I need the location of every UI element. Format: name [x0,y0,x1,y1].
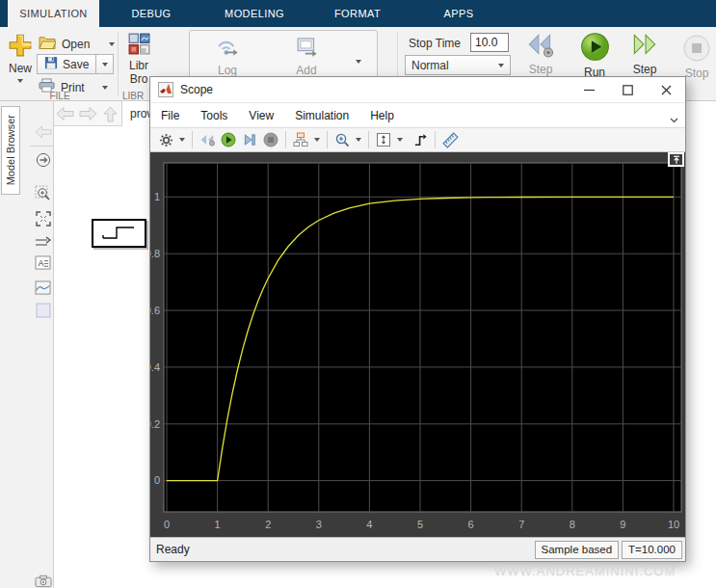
scope-step-back-button[interactable] [197,130,218,149]
svg-text:3: 3 [316,519,322,530]
add-viewer-icon [292,37,321,64]
area-box-icon[interactable] [34,301,52,319]
open-dropdown-caret[interactable] [109,42,115,46]
nav-up-icon[interactable] [102,106,120,121]
configuration-gear-button[interactable] [155,130,176,149]
svg-text:10: 10 [668,519,679,530]
new-button[interactable]: New [4,33,37,83]
menu-help[interactable]: Help [370,109,394,122]
scope-title-bar[interactable]: Scope [150,77,685,103]
step-back-icon [525,32,556,63]
status-ready: Ready [156,543,535,556]
menu-overflow-icon[interactable] [670,111,678,128]
nav-forward-icon[interactable] [79,106,97,121]
simulation-mode-select[interactable]: Normal [405,55,511,75]
stop-time-input[interactable] [470,33,509,52]
prepare-gallery-caret[interactable] [356,60,361,64]
new-plus-icon [8,33,33,62]
svg-text:0: 0 [154,474,160,486]
tab-modeling[interactable]: MODELING [212,0,297,27]
zoom-button[interactable] [331,130,353,149]
menu-simulation[interactable]: Simulation [295,109,349,122]
scope-toolbar [150,127,685,152]
step-back-button[interactable]: Step [522,32,559,76]
screenshot-camera-icon[interactable] [34,572,52,588]
minimize-button[interactable] [570,77,608,102]
save-dropdown-caret[interactable] [95,55,113,73]
scope-stop-button[interactable] [260,130,281,149]
svg-text:4: 4 [366,519,372,530]
image-icon[interactable] [34,279,52,297]
svg-text:0.6: 0.6 [150,305,160,316]
svg-text:0.2: 0.2 [150,418,160,430]
svg-text:2: 2 [265,519,271,530]
scope-menu-bar: File Tools View Simulation Help [150,103,685,127]
save-disk-icon [44,56,58,73]
hide-browser-icon[interactable] [34,150,52,169]
svg-text:5: 5 [417,519,423,530]
log-button[interactable]: Log [205,37,250,77]
stop-icon [682,34,711,67]
menu-file[interactable]: File [161,109,179,122]
svg-text:9: 9 [620,519,625,530]
zoom-caret[interactable] [353,138,364,142]
fit-to-view-icon[interactable] [34,209,52,227]
step-block[interactable] [92,219,146,248]
svg-text:1: 1 [215,519,221,530]
step-signal-icon [97,223,142,244]
run-icon [580,32,610,66]
close-button[interactable] [647,77,685,102]
span-axes-button[interactable] [373,130,394,149]
svg-text:0.4: 0.4 [150,361,160,373]
tab-debug[interactable]: DEBUG [114,0,189,27]
maximize-button[interactable] [608,77,647,102]
zoom-in-icon[interactable] [34,184,52,202]
status-sample-based: Sample based [535,541,620,559]
scope-window: Scope File Tools View Simulation Help [149,76,686,562]
tab-apps[interactable]: APPS [424,0,493,27]
scope-plot[interactable]: 00.20.40.60.81012345678910 [150,152,685,537]
menu-tools[interactable]: Tools [200,109,227,122]
sidebar-back-icon[interactable] [34,122,52,141]
log-signal-icon [213,37,242,64]
save-button[interactable]: Save [38,55,95,73]
trigger-button[interactable] [410,130,431,149]
annotation-icon[interactable]: A [34,254,52,272]
step-forward-icon [629,32,660,63]
ribbon-tab-bar: SIMULATION DEBUG MODELING FORMAT APPS [0,0,716,27]
stop-time-label: Stop Time [409,37,461,50]
palette-sidebar: Model Browser A [0,101,54,588]
configuration-caret[interactable] [176,138,188,142]
print-dropdown-caret[interactable] [102,86,108,90]
scope-status-bar: Ready Sample based T=10.000 [150,537,685,561]
open-button[interactable]: Open [39,36,115,53]
sidebar-separator [30,146,53,147]
scope-run-button[interactable] [218,130,239,149]
svg-text:8: 8 [570,519,575,530]
run-button[interactable]: Run [576,32,613,79]
simulink-window: SIMULATION DEBUG MODELING FORMAT APPS Ne… [0,0,716,588]
add-viewer-button[interactable]: Add [284,37,329,77]
signal-selector-button[interactable] [290,130,311,149]
menu-view[interactable]: View [249,109,274,122]
step-forward-button[interactable]: Step [626,32,663,76]
mode-select-caret [498,64,504,67]
new-dropdown-caret[interactable] [17,79,23,83]
stop-button[interactable]: Stop [678,34,715,80]
save-button-group: Save [37,54,114,74]
tab-format[interactable]: FORMAT [318,0,397,27]
signal-selector-caret[interactable] [311,138,323,142]
cursor-measurements-button[interactable] [439,130,461,149]
model-browser-tab[interactable]: Model Browser [1,106,20,195]
tab-simulation[interactable]: SIMULATION [8,0,99,27]
svg-text:0: 0 [164,519,170,530]
signal-lines-icon[interactable] [34,233,52,252]
undock-axes-icon[interactable] [668,152,684,167]
scope-step-forward-button[interactable] [239,130,260,149]
nav-back-icon[interactable] [56,106,74,121]
scope-window-title: Scope [180,83,213,96]
span-axes-caret[interactable] [394,138,406,142]
svg-text:6: 6 [468,519,474,530]
ribbon-separator [118,32,119,95]
svg-text:0.8: 0.8 [150,248,160,259]
